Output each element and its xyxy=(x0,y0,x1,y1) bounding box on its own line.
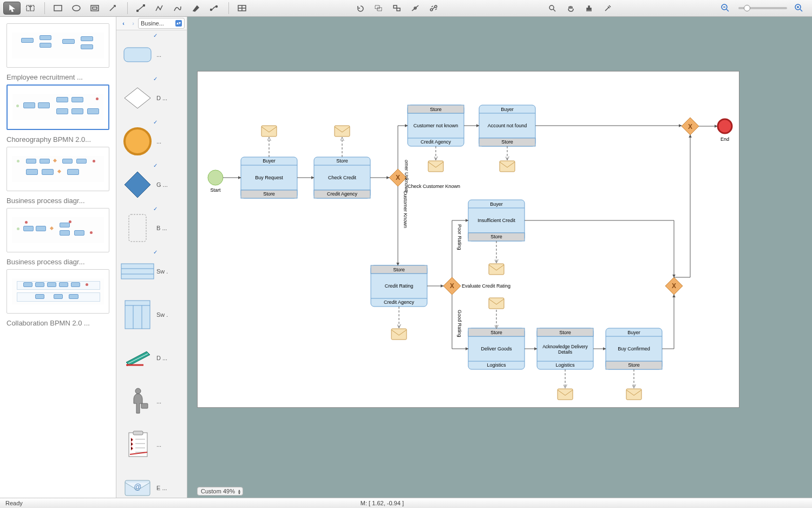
shape-diamond[interactable] xyxy=(119,81,156,115)
zoom-slider-thumb[interactable] xyxy=(744,5,750,11)
zoom-out-button[interactable] xyxy=(717,2,734,15)
envelope-icon xyxy=(626,389,641,400)
shape-label: B ... xyxy=(156,225,173,231)
svg-text:Account not found: Account not found xyxy=(488,123,527,128)
svg-text:Credit Rating: Credit Rating xyxy=(385,283,414,289)
gateway-check-customer-known[interactable]: X Check Customer Known xyxy=(389,169,460,189)
zoom-in-button[interactable] xyxy=(790,2,808,15)
toolbar-separator xyxy=(44,2,45,14)
curve-tool-button[interactable] xyxy=(169,2,186,15)
text-tool-button[interactable] xyxy=(22,2,39,15)
svg-text:Customer not known: Customer not known xyxy=(414,123,459,128)
gateway-merge-upper[interactable]: X xyxy=(682,118,699,135)
shape-gateway[interactable] xyxy=(119,168,156,201)
start-label: Start xyxy=(210,187,221,193)
status-coords: M: [ 1.62, -0.94 ] xyxy=(361,500,404,506)
shape-label: Sw . xyxy=(156,268,173,275)
shape-rounded-rect[interactable] xyxy=(119,38,156,71)
task-deliver-goods[interactable]: Store Deliver Goods Logistics xyxy=(468,328,525,369)
shape-book[interactable] xyxy=(119,341,156,375)
task-customer-not-known[interactable]: Store Customer not known Credit Agency xyxy=(408,105,464,146)
task-account-not-found[interactable]: Buyer Account not found Store xyxy=(479,105,535,146)
page-thumbnail[interactable] xyxy=(6,147,109,191)
svg-text:Logistics: Logistics xyxy=(555,362,575,368)
polyline-tool-button[interactable] xyxy=(150,2,168,15)
insert-tool-button[interactable] xyxy=(233,2,251,15)
svg-text:omer Unknown: omer Unknown xyxy=(404,160,409,193)
connect-tool-button[interactable] xyxy=(407,2,424,15)
shape-swimlane-h[interactable] xyxy=(119,255,156,288)
start-event[interactable] xyxy=(208,170,223,185)
svg-text:Store: Store xyxy=(559,330,571,335)
routing-tool-button[interactable] xyxy=(425,2,442,15)
status-bar: Ready M: [ 1.62, -0.94 ] xyxy=(0,498,812,508)
svg-point-16 xyxy=(435,5,437,8)
page-thumbnail[interactable] xyxy=(6,23,109,68)
svg-text:Store: Store xyxy=(336,158,348,164)
stamp-tool-button[interactable] xyxy=(580,2,598,15)
task-ack-delivery[interactable]: Store Acknowledge Delivery Details Logis… xyxy=(537,328,593,369)
svg-text:Credit Agency: Credit Agency xyxy=(384,299,415,305)
ellipse-tool-button[interactable] xyxy=(68,2,85,15)
svg-point-2 xyxy=(73,5,80,11)
zoom-slider[interactable] xyxy=(738,7,787,9)
arrow-tool-button[interactable] xyxy=(104,2,122,15)
end-event[interactable] xyxy=(718,119,732,133)
shapes-back-button[interactable]: ‹ xyxy=(119,18,128,28)
task-check-credit[interactable]: Store Check Credit Credit Agency xyxy=(314,157,370,198)
task-insufficient-credit[interactable]: Buyer Insufficient Credit Store xyxy=(468,200,525,241)
shape-checklist[interactable] xyxy=(119,428,156,461)
shapes-forward-button[interactable]: › xyxy=(128,18,138,28)
shape-actor[interactable] xyxy=(119,385,156,418)
page-thumbnail[interactable] xyxy=(6,84,109,130)
hand-tool-button[interactable] xyxy=(562,2,579,15)
rectangle-tool-button[interactable] xyxy=(49,2,67,15)
zoom-level-dropdown[interactable]: Custom 49% ▴▾ xyxy=(197,487,243,496)
envelope-icon xyxy=(489,264,504,275)
gateway-merge-lower[interactable]: X xyxy=(665,277,683,295)
shape-circle[interactable] xyxy=(119,125,156,158)
page-label: Choreography BPMN 2.0... xyxy=(6,135,109,144)
shape-label: ... xyxy=(156,441,173,448)
svg-rect-12 xyxy=(394,5,397,8)
canvas-area[interactable]: Start Buyer Buy Request Store Store xyxy=(187,17,812,498)
envelope-icon xyxy=(428,161,443,172)
svg-text:Buy Confirmed: Buy Confirmed xyxy=(618,346,650,351)
diagram-canvas[interactable]: Start Buyer Buy Request Store Store xyxy=(197,71,739,408)
svg-text:Customer Known: Customer Known xyxy=(403,191,408,228)
envelope-icon xyxy=(489,298,504,309)
box-tool-button[interactable] xyxy=(86,2,103,15)
svg-text:X: X xyxy=(396,174,400,181)
connector-tool-button[interactable] xyxy=(206,2,223,15)
svg-rect-13 xyxy=(397,8,400,11)
undo-step-button[interactable] xyxy=(351,2,369,15)
pages-panel: Employee recruitment ... Choreography BP… xyxy=(0,17,116,498)
group-tool-button[interactable] xyxy=(370,2,387,15)
toolbar-separator xyxy=(228,2,229,14)
ungroup-tool-button[interactable] xyxy=(388,2,405,15)
shapes-panel: ‹ › Busine... ▴▾ ✓ ... ✓ D ... ✓ ... ✓ G xyxy=(116,17,187,498)
pen-tool-button[interactable] xyxy=(187,2,205,15)
task-buy-request[interactable]: Buyer Buy Request Store xyxy=(241,157,297,198)
shape-email[interactable]: @ xyxy=(119,471,156,498)
svg-text:Credit Agency: Credit Agency xyxy=(421,139,451,145)
gateway-evaluate-credit-rating[interactable]: X Evaluate Credit Rating xyxy=(443,277,510,295)
task-buy-confirmed[interactable]: Buyer Buy Confirmed Store xyxy=(606,328,662,369)
line-tool-button[interactable] xyxy=(132,2,149,15)
page-thumbnail[interactable] xyxy=(6,208,109,252)
svg-text:Buyer: Buyer xyxy=(501,107,514,112)
shape-bounds[interactable] xyxy=(119,211,156,245)
svg-rect-34 xyxy=(133,431,143,435)
shape-swimlane-v[interactable] xyxy=(119,298,156,331)
select-tool-button[interactable] xyxy=(3,2,21,15)
eyedropper-tool-button[interactable] xyxy=(599,2,616,15)
page-thumbnail[interactable] xyxy=(6,269,109,314)
shape-label: D ... xyxy=(156,355,173,361)
svg-point-30 xyxy=(126,364,128,366)
envelope-icon xyxy=(261,126,277,136)
search-button[interactable] xyxy=(543,2,561,15)
task-credit-rating[interactable]: Store Credit Rating Credit Agency xyxy=(371,265,427,307)
svg-text:Good Rating: Good Rating xyxy=(457,310,462,337)
svg-point-8 xyxy=(216,6,218,8)
shapes-category-dropdown[interactable]: Busine... ▴▾ xyxy=(138,18,185,29)
